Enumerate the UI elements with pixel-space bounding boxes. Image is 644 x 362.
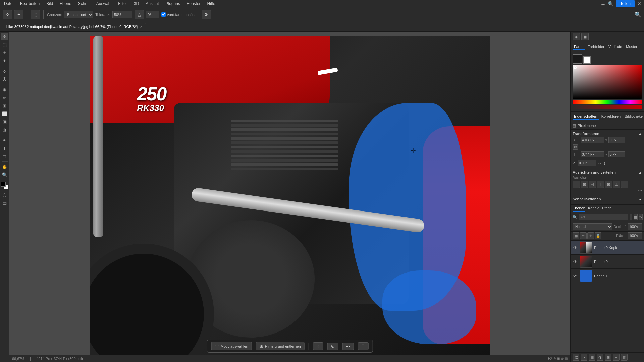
farbfelder-tab[interactable]: Farbfelder	[586, 44, 606, 50]
align-bottom-btn[interactable]: ⊥	[613, 181, 620, 188]
dodge-tool[interactable]: ◑	[1, 126, 8, 133]
color-picker-icon-btn[interactable]: ◈	[573, 33, 580, 40]
tool-extra-btn[interactable]: ⚙	[202, 10, 211, 19]
bg-color-swatch[interactable]	[583, 56, 591, 64]
layer-item-ebene0-kopie[interactable]: 👁 Ebene 0 Kopie	[571, 241, 644, 255]
brush-tool[interactable]: ✏	[1, 94, 8, 101]
eigenschaften-tab[interactable]: Eigenschaften	[573, 114, 599, 120]
align-top-btn[interactable]: ⊤	[597, 181, 604, 188]
color-spectrum-slider[interactable]	[573, 100, 642, 104]
grenzen-select[interactable]: Benachbart	[64, 11, 93, 18]
lasso-tool[interactable]: ⌖	[1, 49, 8, 56]
crop-tool[interactable]: ⊹	[1, 67, 8, 75]
flache-input[interactable]	[628, 232, 642, 239]
move-tool[interactable]: ✛	[1, 33, 8, 40]
layer-adj-bottom-btn[interactable]: ◑	[597, 354, 603, 361]
zoom-tool[interactable]: 🔍	[1, 171, 8, 178]
layer-fx-icon-btn[interactable]: fx	[639, 214, 643, 220]
align-hcenter-btn[interactable]: ⊟	[581, 181, 588, 188]
layer-link-btn[interactable]: ⛓	[573, 354, 579, 361]
eraser-tool[interactable]: ⬜	[1, 110, 8, 117]
link-proportions-btn[interactable]: ⛓	[573, 144, 578, 150]
search-icon-toolbar[interactable]: 🔍	[635, 11, 641, 18]
farbe-tab[interactable]: Farbe	[573, 44, 585, 50]
menu-filter[interactable]: Filter	[117, 1, 128, 7]
align-vcenter-btn[interactable]: ⊞	[605, 181, 612, 188]
menu-bild[interactable]: Bild	[45, 1, 54, 7]
layers-ebenen-tab[interactable]: Ebenen	[573, 206, 585, 212]
hintergrund-button[interactable]: ⊞ Hintergrund entfernen	[256, 342, 305, 350]
motiv-button[interactable]: ⬚ Motiv auswählen	[211, 342, 252, 350]
menu-hilfe[interactable]: Hilfe	[206, 1, 217, 7]
layer-mode-select[interactable]: Normal	[573, 223, 612, 230]
clone-tool[interactable]: ⊞	[1, 102, 8, 109]
layer-group-btn[interactable]: ⊞	[605, 354, 611, 361]
vordfarbe-check-label[interactable]: Vord.farbe schützen	[161, 12, 200, 17]
align-extra-btn[interactable]: ⋯	[621, 181, 628, 188]
quick-mask-btn[interactable]: ⬡	[1, 191, 8, 199]
menu-schrift[interactable]: Schrift	[77, 1, 91, 7]
layer-fx-bottom-btn[interactable]: fx	[581, 354, 587, 361]
bottom-extra-btn-3[interactable]: •••	[342, 343, 354, 350]
shape-tool[interactable]: ◻	[1, 153, 8, 160]
transform-header[interactable]: Transformieren ▲	[573, 132, 642, 136]
lock-all-btn[interactable]: 🔒	[595, 232, 601, 239]
quick-header[interactable]: Schnellaktionen ▲	[573, 197, 642, 201]
bibliotheken-tab[interactable]: Bibliotheken	[623, 114, 644, 120]
width-input[interactable]	[581, 137, 604, 143]
close-btn[interactable]: ✕	[637, 1, 641, 6]
text-tool[interactable]: T	[1, 144, 8, 152]
bottom-extra-btn-1[interactable]: ⊹	[313, 342, 323, 350]
lock-move-btn[interactable]: ✛	[587, 232, 594, 239]
layers-kanale-tab[interactable]: Kanäle	[588, 206, 599, 212]
menu-3d[interactable]: 3D	[132, 1, 140, 7]
color-opacity-slider[interactable]	[573, 105, 642, 109]
layer-mask-bottom-btn[interactable]: ▦	[589, 354, 595, 361]
bottom-extra-btn-2[interactable]: ⦿	[327, 343, 338, 350]
y-input[interactable]	[608, 151, 625, 157]
lock-draw-btn[interactable]: ✏	[580, 232, 587, 239]
pen-tool[interactable]: ✒	[1, 136, 8, 144]
layer-visibility-2[interactable]: 👁	[573, 273, 578, 279]
color-picker-gradient[interactable]	[573, 65, 642, 99]
korrekturen-tab[interactable]: Korrekturen	[600, 114, 622, 120]
eyedropper-tool[interactable]: ⦿	[1, 75, 8, 83]
layers-pfade-tab[interactable]: Pfade	[602, 206, 612, 212]
layer-add-icon-btn[interactable]: +	[630, 214, 632, 220]
sample-size-btn[interactable]: ⬚	[31, 10, 40, 19]
menu-datei[interactable]: Datei	[3, 1, 15, 7]
tool-select-btn[interactable]: ⊹	[3, 10, 12, 19]
hand-tool[interactable]: ✋	[1, 163, 8, 170]
tool-magic-wand[interactable]: ✦	[14, 10, 23, 19]
vordfarbe-checkbox[interactable]	[161, 12, 166, 17]
align-right-btn[interactable]: ⊣	[589, 181, 596, 188]
gradient-picker-icon-btn[interactable]: ▣	[581, 33, 589, 40]
verlaufe-tab[interactable]: Verläufe	[607, 44, 623, 50]
menu-ansicht[interactable]: Ansicht	[144, 1, 160, 7]
healing-tool[interactable]: ⊕	[1, 86, 8, 93]
layer-new-btn[interactable]: +	[613, 354, 620, 361]
canvas-area[interactable]: 250 RK330 ✛ ⬚ Motiv auswählen ⊞ H	[9, 32, 570, 362]
flip-h-icon[interactable]: ↔	[597, 160, 602, 166]
x-input[interactable]	[608, 137, 625, 143]
layer-del-btn[interactable]: 🗑	[621, 354, 628, 361]
layer-item-ebene0[interactable]: 👁 Ebene 0	[571, 255, 644, 269]
layer-visibility-1[interactable]: 👁	[573, 259, 578, 264]
selection-tool[interactable]: ⬚	[1, 41, 8, 48]
flip-v-icon[interactable]: ↕	[603, 160, 606, 166]
active-tab[interactable]: bike-3073082 nattapol deejitwasin auf Pi…	[3, 23, 146, 31]
search-icon-menu[interactable]: 🔍	[608, 1, 613, 6]
menu-auswahl[interactable]: Auswahl	[95, 1, 113, 7]
foreground-color-swatch[interactable]	[1, 182, 6, 187]
share-button[interactable]: Teilen	[616, 0, 635, 7]
align-header[interactable]: Ausrichten und verteilen ▲	[573, 170, 642, 174]
angle-btn[interactable]: △	[135, 10, 144, 19]
angle-input-props[interactable]	[578, 160, 596, 166]
menu-plugins[interactable]: Plug-ins	[164, 1, 181, 7]
align-more-options[interactable]: •••	[573, 189, 642, 193]
layer-visibility-0[interactable]: 👁	[573, 245, 578, 250]
muster-tab[interactable]: Muster	[625, 44, 639, 50]
align-left-btn[interactable]: ⊢	[573, 181, 580, 188]
layer-mask-icon-btn[interactable]: ▦	[634, 214, 638, 220]
gradient-tool[interactable]: ▣	[1, 118, 8, 125]
